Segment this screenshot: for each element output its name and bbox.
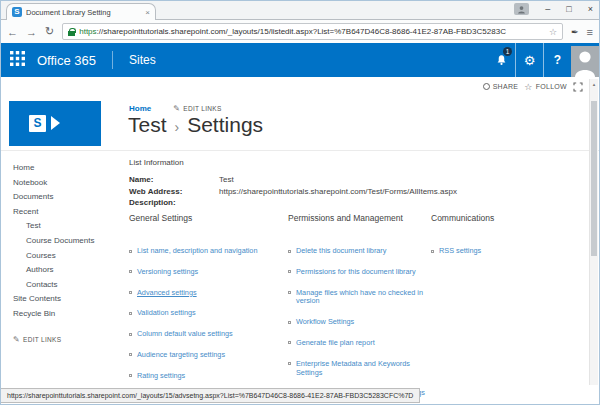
settings-link-list: List name, description and navigationVer… [129, 247, 281, 381]
share-label: SHARE [493, 83, 519, 90]
setting-link-row: Workflow Settings [288, 318, 434, 327]
close-button[interactable]: × [588, 3, 593, 15]
list-info-row: Name:Test [129, 174, 457, 186]
refresh-icon[interactable]: ↻ [45, 25, 54, 38]
sidebar-item-notebook[interactable]: Notebook [13, 176, 121, 191]
list-info-label-name: Name: [129, 174, 219, 186]
avatar-person-icon [571, 46, 599, 77]
settings-link-workflow-settings[interactable]: Workflow Settings [296, 318, 354, 327]
maximize-button[interactable]: □ [566, 3, 571, 15]
settings-link-manage-files-which-have-no-checked-in-version[interactable]: Manage files which have no checked in ve… [296, 289, 434, 307]
settings-link-delete-this-document-library[interactable]: Delete this document library [296, 247, 386, 256]
settings-link-rating-settings[interactable]: Rating settings [137, 372, 185, 381]
office365-brand[interactable]: Office 365 [37, 53, 96, 68]
settings-link-rss-settings[interactable]: RSS settings [439, 247, 481, 256]
settings-link-enterprise-metadata-and-keywords-settings[interactable]: Enterprise Metadata and Keywords Setting… [296, 360, 434, 378]
square-bullet-icon [288, 321, 291, 324]
notification-badge: 1 [503, 47, 512, 56]
list-info-label-web-address: Web Address: [129, 186, 219, 198]
vertical-scrollbar[interactable]: ▴ [589, 79, 598, 385]
square-bullet-icon [431, 250, 434, 253]
browser-menu-icon[interactable]: ≡ [587, 26, 593, 38]
address-bar[interactable]: https://sharepointtutorials.sharepoint.c… [62, 23, 563, 40]
minimize-button[interactable]: – [545, 3, 550, 15]
list-info-row: Description: [129, 197, 457, 209]
settings-link-list: RSS settings [431, 247, 551, 256]
tab-title: Document Library Setting [26, 8, 141, 17]
app-launcher-icon[interactable] [10, 51, 25, 70]
square-bullet-icon [288, 362, 291, 365]
square-bullet-icon [129, 353, 132, 356]
suite-bar-actions: 1 ⚙ ? [487, 43, 571, 77]
settings-column-permissions-and-management: Permissions and ManagementDelete this do… [288, 213, 434, 405]
settings-link-versioning-settings[interactable]: Versioning settings [137, 268, 198, 277]
breadcrumb: Home ✎ EDIT LINKS [129, 104, 222, 113]
settings-link-column-default-value-settings[interactable]: Column default value settings [137, 330, 233, 339]
share-button[interactable]: SHARE [483, 83, 519, 90]
follow-star-icon: ☆ [524, 82, 532, 92]
title-separator: › [175, 119, 180, 135]
square-bullet-icon [288, 250, 291, 253]
user-avatar[interactable] [571, 46, 599, 77]
bookmark-star-icon[interactable]: ☆ [549, 27, 557, 37]
sites-link[interactable]: Sites [129, 53, 156, 67]
focus-mode-button[interactable] [573, 82, 583, 92]
tab-close-icon[interactable]: × [145, 8, 150, 17]
settings-columns: General SettingsList name, description a… [1, 213, 599, 404]
main-content: HomeNotebookDocumentsRecentTestCourse Do… [1, 151, 599, 404]
follow-label: FOLLOW [536, 83, 567, 90]
sharepoint-site-logo[interactable]: S [9, 101, 101, 146]
settings-link-validation-settings[interactable]: Validation settings [137, 309, 196, 318]
list-information-rows: Name:TestWeb Address:https://sharepointt… [129, 174, 457, 209]
settings-column-title: Permissions and Management [288, 213, 434, 223]
back-icon[interactable]: ← [7, 26, 18, 38]
setting-link-row: Enterprise Metadata and Keywords Setting… [288, 360, 434, 378]
setting-link-row: Delete this document library [288, 247, 434, 256]
help-button[interactable]: ? [543, 43, 571, 77]
settings-column-communications: CommunicationsRSS settings [431, 213, 551, 268]
list-info-row: Web Address:https://sharepointtutorials.… [129, 186, 457, 198]
help-icon: ? [554, 53, 561, 67]
follow-button[interactable]: ☆ FOLLOW [524, 82, 567, 92]
status-bar: https://sharepointtutorials.sharepoint.c… [1, 388, 420, 403]
setting-link-row: Permissions for this document library [288, 268, 434, 277]
settings-column-title: Communications [431, 213, 551, 223]
tab-strip: S Document Library Setting × – □ × [1, 1, 599, 19]
sidebar-item-home[interactable]: Home [13, 161, 121, 176]
scrollbar-thumb[interactable] [591, 101, 597, 256]
forward-icon[interactable]: → [26, 26, 37, 38]
sharepoint-logo-arrow-icon [51, 116, 60, 130]
edit-links-label: EDIT LINKS [183, 105, 221, 112]
square-bullet-icon [129, 250, 132, 253]
url-scheme: https [79, 27, 96, 36]
setting-link-row: Rating settings [129, 372, 281, 381]
settings-gear-button[interactable]: ⚙ [515, 43, 543, 77]
setting-link-row: Column default value settings [129, 330, 281, 339]
square-bullet-icon [129, 270, 132, 273]
settings-link-advanced-settings[interactable]: Advanced settings [137, 289, 197, 298]
settings-column-general-settings: General SettingsList name, description a… [129, 213, 281, 393]
setting-link-row: RSS settings [431, 247, 551, 256]
sidebar-item-documents[interactable]: Documents [13, 190, 121, 205]
settings-link-permissions-for-this-document-library[interactable]: Permissions for this document library [296, 268, 416, 277]
square-bullet-icon [288, 270, 291, 273]
setting-link-row: Versioning settings [129, 268, 281, 277]
breadcrumb-home-link[interactable]: Home [129, 104, 151, 113]
browser-profile-icon[interactable] [514, 3, 529, 15]
square-bullet-icon [129, 374, 132, 377]
waffle-grid-icon [10, 51, 25, 66]
sharepoint-logo-letter: S [29, 115, 46, 132]
page-title: Test › Settings [128, 113, 263, 137]
notifications-button[interactable]: 1 [487, 43, 515, 77]
office365-suite-bar: Office 365 Sites 1 ⚙ ? [1, 43, 599, 77]
extension-icon[interactable]: ✒ [571, 27, 579, 37]
square-bullet-icon [288, 341, 291, 344]
square-bullet-icon [129, 291, 132, 294]
top-edit-links-button[interactable]: ✎ EDIT LINKS [173, 104, 221, 113]
browser-tab[interactable]: S Document Library Setting × [6, 3, 156, 20]
scroll-up-arrow-icon[interactable]: ▴ [590, 79, 598, 89]
setting-link-row: Advanced settings [129, 289, 281, 298]
settings-link-generate-file-plan-report[interactable]: Generate file plan report [296, 339, 375, 348]
settings-link-list-name-description-and-navigation[interactable]: List name, description and navigation [137, 247, 257, 256]
settings-link-audience-targeting-settings[interactable]: Audience targeting settings [137, 351, 225, 360]
